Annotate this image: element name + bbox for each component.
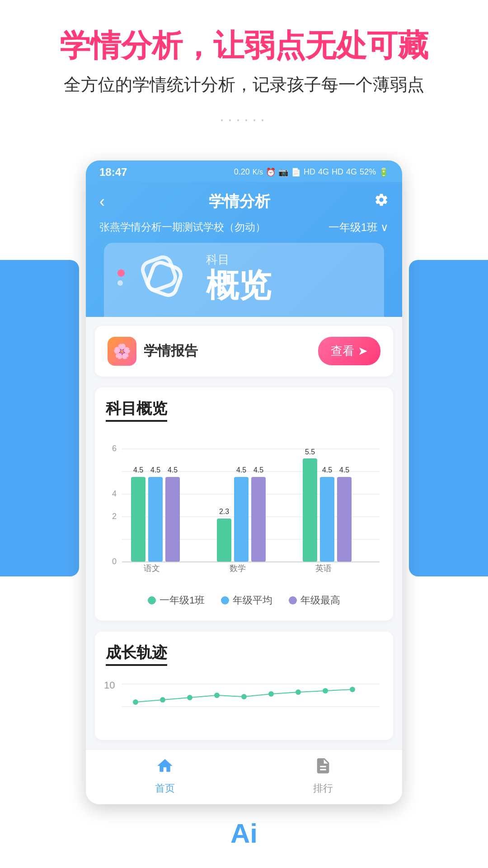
- growth-y-label: 10: [104, 679, 115, 691]
- svg-text:4.5: 4.5: [168, 466, 178, 474]
- ranking-label: 排行: [313, 782, 333, 795]
- app-header: ‹ 学情分析 张燕学情分析一期测试学校（勿动） 一年级1班 ∨: [86, 182, 402, 317]
- report-title: 学情报告: [144, 342, 198, 360]
- nav-ranking[interactable]: 排行: [313, 757, 333, 795]
- page-subtitle: 全方位的学情统计分析，记录孩子每一个薄弱点: [18, 73, 470, 96]
- status-bar: 18:47 0.20 K/s ⏰ 📷 📄 HD 4G HD 4G 52% 🔋: [86, 160, 402, 182]
- report-icon: 🌸: [108, 337, 136, 366]
- arrow-icon: ➤: [358, 344, 368, 358]
- bar-shuxue-class1: [217, 519, 231, 562]
- svg-text:数学: 数学: [230, 564, 246, 573]
- back-button[interactable]: ‹: [99, 192, 105, 211]
- svg-text:4.5: 4.5: [133, 466, 143, 474]
- page-header: 学情分析，让弱点无处可藏 全方位的学情统计分析，记录孩子每一个薄弱点 ·····…: [0, 0, 488, 160]
- subject-icon: [143, 257, 183, 298]
- white-dot: [117, 280, 123, 286]
- blue-side-left: [0, 260, 79, 576]
- growth-section: 成长轨迹 10: [95, 632, 393, 740]
- ai-label: Ai: [0, 804, 488, 867]
- report-left: 🌸 学情报告: [108, 337, 198, 366]
- chart-svg: 6 4 2 0 4.5 4.5 4.5: [104, 431, 384, 585]
- home-label: 首页: [155, 782, 175, 795]
- svg-text:语文: 语文: [144, 564, 160, 573]
- subject-card: 科目 概览: [104, 243, 384, 317]
- bar-chart: 6 4 2 0 4.5 4.5 4.5: [104, 431, 384, 585]
- subject-overview: 科目概览 6: [95, 387, 393, 621]
- section-title-overview: 科目概览: [104, 398, 384, 422]
- svg-text:4.5: 4.5: [150, 466, 160, 474]
- subject-value: 概览: [206, 268, 271, 303]
- svg-text:5.5: 5.5: [305, 448, 315, 456]
- school-row: 张燕学情分析一期测试学校（勿动） 一年级1班 ∨: [99, 220, 389, 243]
- bottom-nav: 首页 排行: [86, 749, 402, 804]
- blue-side-right: [409, 260, 488, 576]
- legend-class1: 一年级1班: [148, 594, 205, 607]
- legend-avg: 年级平均: [221, 594, 272, 607]
- bar-yingyu-avg: [320, 477, 334, 562]
- legend-dot-class1: [148, 596, 156, 604]
- phone-screen: 18:47 0.20 K/s ⏰ 📷 📄 HD 4G HD 4G 52% 🔋: [86, 160, 402, 804]
- legend-max: 年级最高: [289, 594, 340, 607]
- svg-text:6: 6: [112, 444, 117, 453]
- status-icons: 0.20 K/s ⏰ 📷 📄 HD 4G HD 4G 52% 🔋: [234, 167, 389, 177]
- svg-text:4.5: 4.5: [322, 466, 332, 474]
- svg-text:英语: 英语: [315, 564, 332, 573]
- app-title: 学情分析: [209, 191, 270, 212]
- chevron-down-icon: ∨: [380, 221, 389, 234]
- decoration-dots: [117, 269, 125, 286]
- report-card: 🌸 学情报告 查看 ➤: [95, 326, 393, 377]
- nav-row: ‹ 学情分析: [99, 191, 389, 212]
- legend-dot-avg: [221, 596, 229, 604]
- bar-shuxue-max: [251, 477, 266, 562]
- settings-icon[interactable]: [374, 193, 389, 210]
- bar-yuwen-avg: [148, 477, 163, 562]
- bar-yingyu-max: [337, 477, 352, 562]
- legend-label-avg: 年级平均: [233, 594, 272, 607]
- svg-text:2: 2: [112, 512, 117, 521]
- school-name: 张燕学情分析一期测试学校（勿动）: [99, 220, 266, 234]
- ranking-icon: [314, 757, 332, 779]
- phone-container: 18:47 0.20 K/s ⏰ 📷 📄 HD 4G HD 4G 52% 🔋: [0, 160, 488, 804]
- pink-dot: [117, 269, 125, 277]
- subject-text: 科目 概览: [206, 252, 271, 303]
- class-name: 一年级1班: [328, 220, 378, 235]
- chart-legend: 一年级1班 年级平均 年级最高: [104, 594, 384, 607]
- section-title-growth: 成长轨迹: [104, 642, 384, 666]
- main-content: 🌸 学情报告 查看 ➤ 科目概览: [86, 317, 402, 749]
- status-time: 18:47: [99, 166, 127, 179]
- bar-yuwen-max: [165, 477, 180, 562]
- view-label: 查看: [331, 343, 354, 359]
- legend-label-max: 年级最高: [300, 594, 340, 607]
- subject-label: 科目: [206, 252, 271, 268]
- bar-yingyu-class1: [303, 458, 317, 562]
- growth-chart-partial: 10: [104, 675, 384, 729]
- nav-home[interactable]: 首页: [155, 757, 175, 795]
- home-icon: [156, 757, 174, 779]
- svg-text:0: 0: [112, 557, 117, 566]
- bar-yuwen-class1: [131, 477, 145, 562]
- growth-chart-svg: [104, 675, 384, 720]
- legend-label-class1: 一年级1班: [160, 594, 205, 607]
- decorative-dots: ······: [18, 110, 470, 129]
- svg-text:2.3: 2.3: [219, 508, 229, 515]
- legend-dot-max: [289, 596, 297, 604]
- view-report-button[interactable]: 查看 ➤: [318, 337, 380, 365]
- svg-text:4.5: 4.5: [339, 466, 349, 474]
- svg-text:4: 4: [112, 489, 117, 498]
- svg-text:4.5: 4.5: [253, 466, 263, 474]
- svg-text:4.5: 4.5: [236, 466, 246, 474]
- class-selector[interactable]: 一年级1班 ∨: [328, 220, 389, 235]
- bar-shuxue-avg: [234, 477, 249, 562]
- page-title: 学情分析，让弱点无处可藏: [18, 27, 470, 64]
